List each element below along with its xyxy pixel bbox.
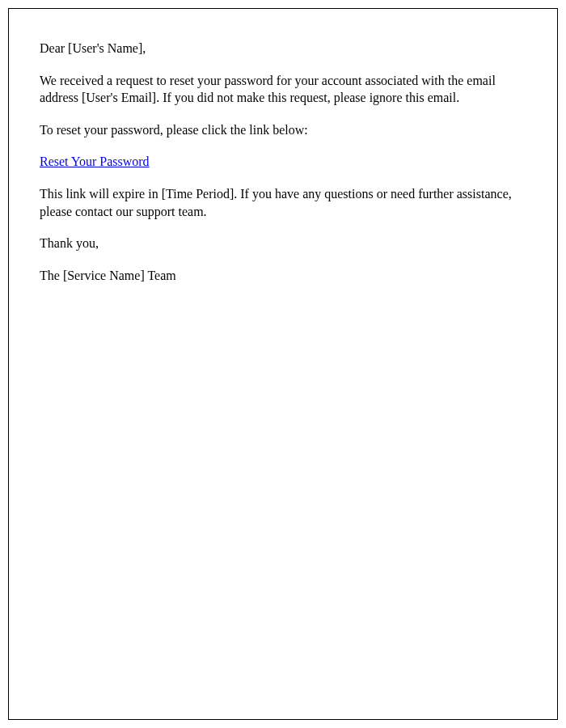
instruction-text: To reset your password, please click the…: [40, 121, 526, 139]
document-frame: Dear [User's Name], We received a reques…: [8, 8, 558, 720]
greeting-text: Dear [User's Name],: [40, 40, 526, 57]
reset-password-link[interactable]: Reset Your Password: [40, 154, 150, 168]
thanks-text: Thank you,: [40, 235, 526, 252]
expiry-text: This link will expire in [Time Period]. …: [40, 185, 526, 220]
reset-link-paragraph: Reset Your Password: [40, 153, 526, 171]
intro-text: We received a request to reset your pass…: [40, 72, 526, 107]
signature-text: The [Service Name] Team: [40, 267, 526, 285]
